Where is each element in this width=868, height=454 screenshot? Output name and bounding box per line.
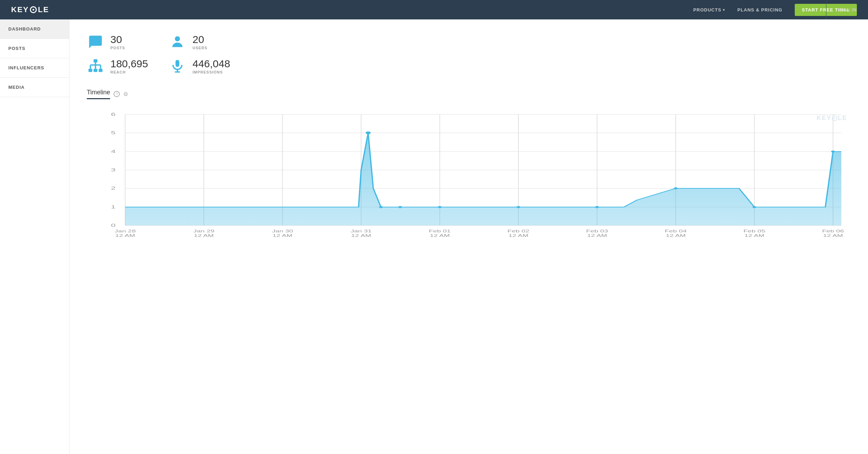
svg-rect-3 [99,69,102,72]
chart-watermark: KEYLE [817,114,847,122]
svg-text:12 AM: 12 AM [823,233,843,238]
svg-text:6: 6 [111,112,116,117]
svg-rect-1 [89,69,92,72]
reach-value: 180,695 [110,59,148,69]
impressions-stat-text: 446,048 IMPRESSIONS [192,59,230,74]
svg-text:Jan 30: Jan 30 [272,229,293,233]
sign-in-link[interactable]: SIGN IN [838,7,857,12]
timeline-title: Timeline [87,89,110,99]
svg-text:4: 4 [111,149,116,154]
users-icon [169,33,186,51]
impressions-label: IMPRESSIONS [192,70,230,74]
posts-stat-text: 30 POSTS [110,34,125,50]
user-icon [170,34,185,50]
timeline-section: Timeline ? ⚙ KEYLE [87,89,854,239]
chart-dot [831,151,835,153]
svg-text:Feb 05: Feb 05 [743,229,765,233]
svg-rect-10 [176,60,180,67]
impressions-value: 446,048 [192,59,230,69]
impressions-icon [169,58,186,75]
svg-rect-2 [94,69,98,72]
svg-text:Feb 01: Feb 01 [429,229,451,233]
impressions-stat: 446,048 IMPRESSIONS [169,58,230,75]
stats-row: 30 POSTS [87,33,854,75]
chart-dot [398,206,402,208]
timeline-chart: KEYLE [87,108,854,239]
posts-stat: 30 POSTS [87,33,148,51]
svg-text:1: 1 [111,205,116,209]
svg-text:12 AM: 12 AM [587,233,607,238]
users-label: USERS [192,46,207,50]
chart-dot [517,206,520,208]
reach-label: REACH [110,70,148,74]
logo: KEYLE [11,5,49,14]
timeline-svg: 0 1 2 3 4 5 6 Jan 28 12 AM Jan 29 12 AM … [87,108,854,239]
svg-text:Feb 04: Feb 04 [665,229,687,233]
svg-text:Feb 06: Feb 06 [822,229,844,233]
microphone-icon [170,59,185,74]
chart-dot [366,131,371,134]
chart-dot [438,206,442,208]
sidebar-item-influencers[interactable]: INFLUENCERS [0,58,69,78]
users-value: 20 [192,34,207,45]
chart-dot [752,206,756,208]
svg-text:2: 2 [111,186,116,191]
svg-text:Feb 03: Feb 03 [586,229,608,233]
reach-stat-text: 180,695 REACH [110,59,148,74]
watermark-circle-icon [832,115,837,121]
svg-text:12 AM: 12 AM [194,233,214,238]
svg-text:12 AM: 12 AM [430,233,450,238]
sidebar: DASHBOARD POSTS INFLUENCERS MEDIA [0,19,69,454]
svg-text:Jan 31: Jan 31 [351,229,372,233]
timeline-header: Timeline ? ⚙ [87,89,854,99]
products-nav-link[interactable]: PRODUCTS [693,7,725,12]
reach-stat: 180,695 REACH [87,58,148,75]
sidebar-item-posts[interactable]: POSTS [0,39,69,58]
svg-text:12 AM: 12 AM [666,233,685,238]
svg-text:12 AM: 12 AM [115,233,135,238]
users-stat: 20 USERS [169,33,230,51]
svg-text:12 AM: 12 AM [273,233,292,238]
stats-left: 30 POSTS [87,33,148,75]
svg-text:0: 0 [111,223,116,228]
logo-icon [30,6,37,13]
navbar: KEYLE PRODUCTS PLANS & PRICING START FRE… [0,0,868,19]
posts-label: POSTS [110,46,125,50]
nav-links: PRODUCTS PLANS & PRICING START FREE TRIA… [693,4,857,16]
network-icon [88,59,103,74]
nav-divider [826,0,826,19]
chart-dot [379,206,383,208]
speech-bubble-icon [88,34,103,50]
chart-dot [595,206,599,208]
svg-text:12 AM: 12 AM [744,233,764,238]
sidebar-item-media[interactable]: MEDIA [0,78,69,97]
svg-text:Jan 28: Jan 28 [115,229,136,233]
svg-text:5: 5 [111,130,116,135]
timeline-gear-icon[interactable]: ⚙ [123,91,128,97]
svg-point-9 [175,36,180,42]
svg-rect-0 [94,59,98,62]
main-content: 30 POSTS [69,19,868,454]
chart-area [125,133,842,225]
timeline-help-icon[interactable]: ? [114,91,120,97]
sidebar-item-dashboard[interactable]: DASHBOARD [0,19,69,39]
svg-text:12 AM: 12 AM [351,233,371,238]
chart-dot [674,187,678,189]
pricing-nav-link[interactable]: PLANS & PRICING [737,7,783,12]
svg-text:3: 3 [111,168,116,172]
page-layout: DASHBOARD POSTS INFLUENCERS MEDIA 30 [0,19,868,454]
reach-icon [87,58,104,75]
stats-right: 20 USERS 446,04 [169,33,230,75]
svg-text:Feb 02: Feb 02 [508,229,529,233]
posts-value: 30 [110,34,125,45]
svg-text:Jan 29: Jan 29 [193,229,215,233]
posts-icon [87,33,104,51]
users-stat-text: 20 USERS [192,34,207,50]
svg-text:12 AM: 12 AM [508,233,528,238]
